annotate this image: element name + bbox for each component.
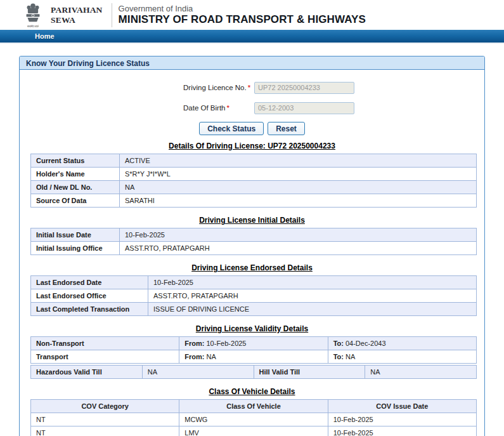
table-row: Last Completed Transaction ISSUE OF DRIV… [31,303,477,316]
endorsed-section-title: Driving License Endorsed Details [20,263,484,272]
cov-issue-date-header: COV Issue Date [328,400,476,413]
table-row: Hazardous Valid Till NA Hill Valid Till … [31,366,477,379]
endorsed-details-table: Last Endorsed Date 10-Feb-2025 Last Endo… [30,275,477,316]
table-row: Initial Issuing Office ASST.RTO, PRATAPG… [31,242,477,255]
form-buttons: Check Status Reset [20,122,484,135]
driving-licence-no-input[interactable] [254,82,354,94]
check-status-button[interactable]: Check Status [199,122,264,135]
cov-section-title: Class Of Vehicle Details [20,387,484,396]
table-row: Current Status ACTIVE [31,154,477,168]
nav-home-link[interactable]: Home [35,32,55,40]
parivahan-sewa-logo-text: PARIVAHAN SEWA [51,5,103,25]
form-row-licence: Driving Licence No.* [20,77,484,98]
dl-status-panel: Know Your Driving Licence Status Driving… [19,56,485,436]
government-of-india-text: Government of India [119,4,366,14]
header-divider [112,3,112,27]
site-header: सत्यमेव जयते PARIVAHAN SEWA Government o… [0,0,504,30]
table-row: Last Endorsed Date 10-Feb-2025 [31,276,477,289]
table-row: Holder's Name S*R*Y J*I*W*L [31,168,477,181]
class-of-vehicle-header: Class Of Vehicle [179,400,328,413]
form-row-dob: Date Of Birth* [20,98,484,118]
ministry-title: MINISTRY OF ROAD TRANSPORT & HIGHWAYS [119,13,366,26]
driving-licence-no-label: Driving Licence No.* [183,84,254,91]
ministry-block: Government of India MINISTRY OF ROAD TRA… [119,4,366,27]
table-row: Transport From:NA To:NA [31,350,477,364]
table-row: Old / New DL No. NA [31,181,477,194]
validity-extra-table: Hazardous Valid Till NA Hill Valid Till … [30,365,477,379]
table-row: NT LMV 10-Feb-2025 [31,426,477,436]
initial-section-title: Driving License Initial Details [20,216,484,225]
details-table: Current Status ACTIVE Holder's Name S*R*… [30,154,477,208]
table-row: Source Of Data SARATHI [31,194,477,208]
table-row: Last Endorsed Office ASST.RTO, PRATAPGAR… [31,289,477,303]
required-asterisk: * [226,104,229,112]
cov-table: COV Category Class Of Vehicle COV Issue … [30,399,477,436]
ashoka-lion-capital-icon [22,3,44,24]
validity-table: Non-Transport From:10-Feb-2025 To:04-Dec… [30,336,477,364]
cov-category-header: COV Category [31,400,179,413]
table-header-row: COV Category Class Of Vehicle COV Issue … [31,400,477,413]
date-of-birth-input[interactable] [254,102,354,114]
validity-section-title: Driving License Validity Details [20,324,484,333]
emblem-motto: सत्यमेव जयते [27,25,39,28]
table-row: Non-Transport From:10-Feb-2025 To:04-Dec… [31,337,477,350]
table-row: NT MCWG 10-Feb-2025 [31,413,477,426]
reset-button[interactable]: Reset [268,122,305,135]
required-asterisk: * [248,84,250,91]
emblem-of-india-icon: सत्यमेव जयते [20,3,46,28]
main-navbar: Home [0,30,504,44]
panel-title: Know Your Driving Licence Status [20,56,484,70]
initial-details-table: Initial Issue Date 10-Feb-2025 Initial I… [30,228,477,255]
dl-status-form: Driving Licence No.* Date Of Birth* Chec… [20,70,484,135]
date-of-birth-label: Date Of Birth* [183,104,254,112]
table-row: Initial Issue Date 10-Feb-2025 [31,228,477,242]
details-section-title: Details Of Driving License: UP72 2025000… [20,142,484,150]
